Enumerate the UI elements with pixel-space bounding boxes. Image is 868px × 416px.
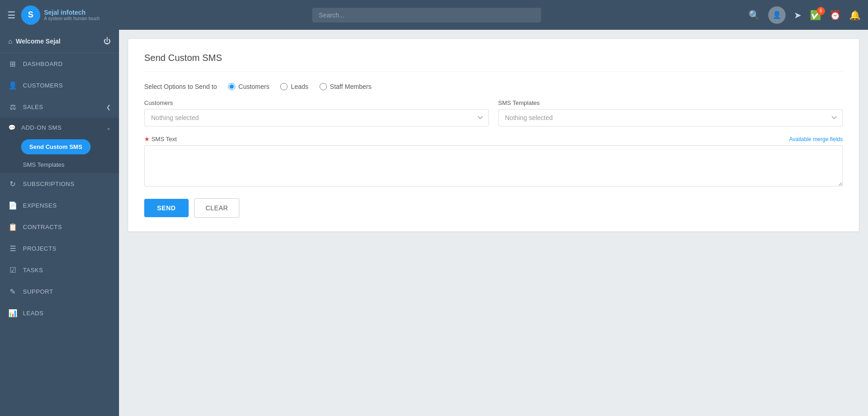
subscriptions-icon: ↻	[8, 180, 17, 188]
sidebar-item-tasks[interactable]: ☑ TASKS	[0, 259, 119, 281]
radio-customers-input[interactable]	[228, 83, 235, 90]
chevron-down-icon: ⌄	[106, 125, 111, 131]
radio-customers-label: Customers	[239, 83, 270, 90]
radio-group: Customers Leads Staff Members	[228, 83, 372, 90]
radio-leads-input[interactable]	[280, 83, 288, 90]
logo-icon: S	[21, 5, 40, 25]
page-title: Send Custom SMS	[144, 53, 843, 72]
contracts-icon: 📋	[8, 223, 17, 231]
actions-row: SEND CLEAR	[144, 198, 843, 218]
hamburger-icon[interactable]: ☰	[7, 10, 16, 21]
chevron-right-icon: ❮	[106, 104, 111, 110]
sidebar-item-label: PROJECTS	[23, 245, 56, 252]
sidebar-welcome: ⌂ Welcome Sejal	[8, 38, 60, 45]
logo-text: Sejal infotech A system with human touch	[44, 9, 100, 21]
sidebar-item-label: TASKS	[23, 267, 43, 274]
radio-leads-label: Leads	[291, 83, 308, 90]
sidebar-item-sales[interactable]: ⚖ SALES ❮	[0, 96, 119, 118]
sidebar-item-projects[interactable]: ☰ PROJECTS	[0, 238, 119, 259]
sms-text-label-text: SMS Text	[152, 136, 177, 142]
sms-text-header: ★ SMS Text Available merge fields	[144, 136, 843, 142]
select-options-label: Select Options to Send to	[144, 83, 217, 90]
sidebar: ⌂ Welcome Sejal ⏻ ⊞ DASHBOARD 👤 CUSTOMER…	[0, 30, 119, 416]
forward-icon[interactable]: ➤	[794, 10, 802, 21]
home-icon: ⌂	[8, 38, 12, 45]
sms-templates-dropdown-group: SMS Templates Nothing selected	[498, 99, 843, 126]
radio-staff-input[interactable]	[320, 83, 327, 90]
topbar: ☰ S Sejal infotech A system with human t…	[0, 0, 868, 30]
customers-dropdown-group: Customers Nothing selected	[144, 99, 489, 126]
sidebar-item-label: CUSTOMERS	[23, 82, 63, 89]
sidebar-item-addon-sms[interactable]: 💬 ADD-ON SMS ⌄	[0, 118, 119, 137]
sidebar-item-label: SUPPORT	[23, 288, 53, 295]
tasks-sidebar-icon: ☑	[8, 266, 17, 274]
clock-icon[interactable]: ⏰	[830, 10, 841, 21]
sidebar-item-label: EXPENSES	[23, 202, 57, 209]
sidebar-item-label: SALES	[23, 104, 43, 110]
sidebar-item-leads[interactable]: 📊 LEADS	[0, 302, 119, 324]
main-content: Send Custom SMS Select Options to Send t…	[119, 30, 868, 416]
sidebar-item-contracts[interactable]: 📋 CONTRACTS	[0, 216, 119, 238]
bell-icon[interactable]: 🔔	[849, 10, 861, 21]
form-section: Select Options to Send to Customers Lead…	[144, 83, 843, 218]
sms-text-required-star: ★	[144, 136, 152, 142]
radio-staff-members[interactable]: Staff Members	[320, 83, 372, 90]
sidebar-item-label: ADD-ON SMS	[22, 124, 62, 131]
sms-text-section: ★ SMS Text Available merge fields	[144, 136, 843, 186]
sms-text-input[interactable]	[144, 145, 843, 186]
sidebar-header: ⌂ Welcome Sejal ⏻	[0, 30, 119, 53]
leads-icon: 📊	[8, 309, 17, 317]
sms-templates-dropdown-label: SMS Templates	[498, 99, 843, 106]
sidebar-item-customers[interactable]: 👤 CUSTOMERS	[0, 75, 119, 96]
support-icon: ✎	[8, 287, 17, 296]
power-icon[interactable]: ⏻	[103, 37, 111, 45]
send-button[interactable]: SEND	[144, 199, 189, 217]
app-title: Sejal infotech	[44, 9, 100, 16]
dropdowns-row: Customers Nothing selected SMS Templates…	[144, 99, 843, 126]
card: Send Custom SMS Select Options to Send t…	[128, 39, 859, 231]
layout: ⌂ Welcome Sejal ⏻ ⊞ DASHBOARD 👤 CUSTOMER…	[0, 30, 868, 416]
radio-customers[interactable]: Customers	[228, 83, 270, 90]
search-icon[interactable]: 🔍	[749, 10, 760, 21]
customers-icon: 👤	[8, 81, 17, 90]
sms-icon: 💬	[8, 124, 16, 131]
search-bar	[312, 8, 541, 22]
customers-dropdown-label: Customers	[144, 99, 489, 106]
avatar[interactable]: 👤	[768, 6, 786, 24]
expenses-icon: 📄	[8, 201, 17, 210]
customers-dropdown[interactable]: Nothing selected	[144, 109, 489, 126]
dashboard-icon: ⊞	[8, 60, 17, 68]
app-subtitle: A system with human touch	[44, 16, 100, 21]
welcome-text: Welcome Sejal	[16, 38, 60, 45]
tasks-icon[interactable]: ✅ 6	[810, 10, 821, 21]
merge-fields-link[interactable]: Available merge fields	[789, 136, 843, 142]
radio-staff-label: Staff Members	[330, 83, 372, 90]
radio-leads[interactable]: Leads	[280, 83, 308, 90]
sidebar-item-support[interactable]: ✎ SUPPORT	[0, 281, 119, 302]
send-custom-sms-button[interactable]: Send Custom SMS	[21, 139, 91, 154]
projects-icon: ☰	[8, 244, 17, 253]
sales-icon: ⚖	[8, 103, 17, 111]
addon-sms-section: 💬 ADD-ON SMS ⌄ Send Custom SMS SMS Templ…	[0, 118, 119, 173]
sms-text-label: ★ SMS Text	[144, 136, 177, 142]
search-input[interactable]	[312, 8, 541, 22]
logo-area: S Sejal infotech A system with human tou…	[21, 5, 100, 25]
sms-templates-dropdown[interactable]: Nothing selected	[498, 109, 843, 126]
topbar-right: 🔍 👤 ➤ ✅ 6 ⏰ 🔔	[749, 6, 861, 24]
clear-button[interactable]: CLEAR	[194, 198, 239, 218]
select-options-row: Select Options to Send to Customers Lead…	[144, 83, 843, 90]
sidebar-item-label: DASHBOARD	[23, 60, 63, 67]
topbar-left: ☰ S Sejal infotech A system with human t…	[7, 5, 749, 25]
badge-count: 6	[817, 7, 825, 15]
sidebar-item-expenses[interactable]: 📄 EXPENSES	[0, 195, 119, 216]
sidebar-item-label: CONTRACTS	[23, 224, 62, 230]
sidebar-item-dashboard[interactable]: ⊞ DASHBOARD	[0, 53, 119, 75]
sidebar-item-label: SUBSCRIPTIONS	[23, 181, 75, 187]
sms-templates-link[interactable]: SMS Templates	[0, 156, 119, 173]
sidebar-item-subscriptions[interactable]: ↻ SUBSCRIPTIONS	[0, 173, 119, 195]
sidebar-item-label: LEADS	[23, 310, 43, 317]
